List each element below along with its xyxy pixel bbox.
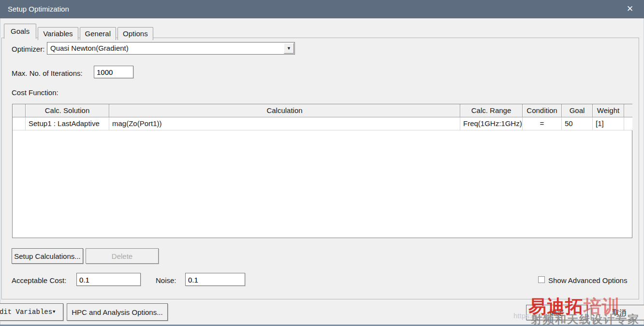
optimizer-selected-value: Quasi Newton(Gradient) bbox=[50, 43, 129, 54]
edit-variables-button[interactable]: Edit Variables▼ bbox=[0, 303, 63, 321]
close-icon[interactable]: × bbox=[622, 0, 638, 18]
col-header-weight: Weight bbox=[593, 104, 624, 117]
edit-variables-label: Edit Variables bbox=[0, 308, 52, 316]
col-header-calculation: Calculation bbox=[109, 104, 460, 117]
tab-options[interactable]: Options bbox=[117, 27, 153, 40]
max-iterations-input[interactable] bbox=[94, 66, 133, 78]
col-header-spacer bbox=[624, 104, 632, 117]
window-title: Setup Optimization bbox=[8, 0, 69, 18]
col-header-calc-solution: Calc. Solution bbox=[26, 104, 109, 117]
col-header-condition: Condition bbox=[523, 104, 562, 117]
cell-weight[interactable]: [1] bbox=[593, 117, 624, 130]
cell-calc-solution[interactable]: Setup1 : LastAdaptive bbox=[26, 117, 109, 130]
delete-button: Delete bbox=[86, 248, 159, 264]
col-header-selector bbox=[13, 104, 26, 117]
cost-function-label: Cost Function: bbox=[12, 88, 59, 97]
table-row[interactable]: Setup1 : LastAdaptive mag(Zo(Port1)) Fre… bbox=[13, 117, 632, 130]
setup-optimization-dialog: { "window": { "title": "Setup Optimizati… bbox=[0, 0, 644, 326]
table-header-row: Calc. Solution Calculation Calc. Range C… bbox=[13, 104, 632, 117]
tab-goals[interactable]: Goals bbox=[4, 24, 36, 39]
title-bar: Setup Optimization × bbox=[0, 0, 644, 18]
row-selector-cell[interactable] bbox=[13, 117, 26, 130]
optimizer-select[interactable]: Quasi Newton(Gradient) ▼ bbox=[47, 42, 295, 55]
acceptable-cost-input[interactable] bbox=[76, 273, 141, 286]
show-advanced-checkbox[interactable] bbox=[538, 276, 545, 283]
show-advanced-label: Show Advanced Options bbox=[548, 276, 627, 284]
tab-strip: GoalsVariablesGeneralOptions bbox=[4, 24, 155, 38]
noise-input[interactable] bbox=[185, 273, 245, 286]
ok-button[interactable]: 确定 bbox=[526, 305, 587, 320]
chevron-down-icon[interactable]: ▼ bbox=[284, 43, 294, 54]
cell-condition[interactable]: = bbox=[523, 117, 562, 130]
cost-function-table[interactable]: Calc. Solution Calculation Calc. Range C… bbox=[12, 104, 632, 238]
tab-general[interactable]: General bbox=[80, 27, 116, 40]
tab-variables[interactable]: Variables bbox=[38, 27, 78, 40]
col-header-calc-range: Calc. Range bbox=[460, 104, 523, 117]
optimizer-label: Optimizer: bbox=[12, 45, 44, 53]
cell-goal[interactable]: 50 bbox=[562, 117, 593, 130]
cell-calc-range[interactable]: Freq(1GHz:1GHz) bbox=[460, 117, 523, 130]
col-header-goal: Goal bbox=[562, 104, 593, 117]
max-iterations-label: Max. No. of Iterations: bbox=[12, 69, 83, 77]
setup-calculations-button[interactable]: Setup Calculations... bbox=[12, 248, 83, 264]
noise-label: Noise: bbox=[156, 276, 176, 284]
acceptable-cost-label: Acceptable Cost: bbox=[12, 276, 66, 284]
cell-spacer[interactable] bbox=[624, 117, 632, 130]
cell-calculation[interactable]: mag(Zo(Port1)) bbox=[109, 117, 460, 130]
chevron-down-icon: ▼ bbox=[53, 310, 55, 314]
hpc-analysis-options-button[interactable]: HPC and Analysis Options... bbox=[67, 303, 168, 321]
cancel-button[interactable]: 取消 bbox=[591, 305, 644, 320]
